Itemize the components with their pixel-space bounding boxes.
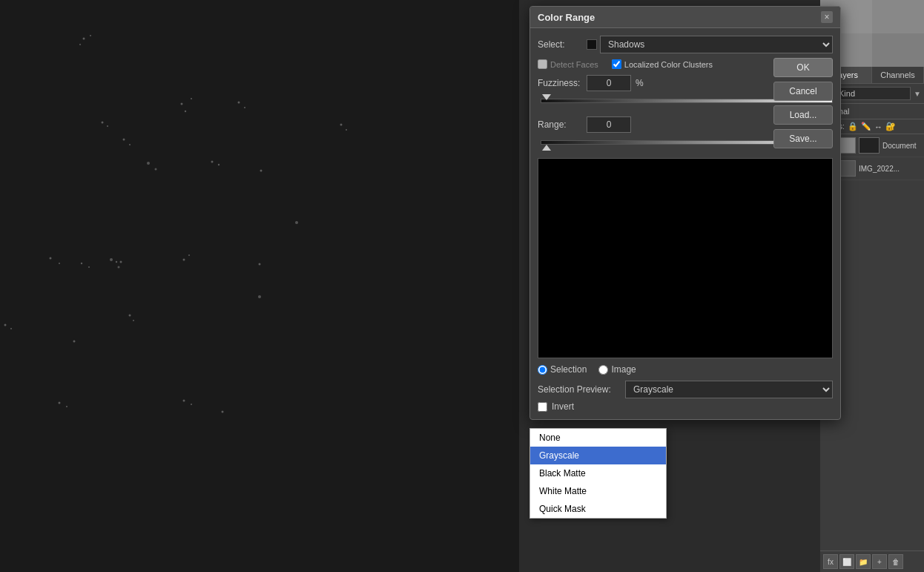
svg-point-34 (59, 402, 61, 404)
svg-point-28 (4, 324, 7, 326)
svg-point-29 (10, 328, 12, 329)
localized-checkbox[interactable] (612, 59, 621, 69)
filter-icon: ▼ (914, 90, 921, 98)
svg-point-5 (185, 111, 186, 112)
new-group-icon[interactable]: 📁 (856, 554, 871, 569)
dialog-title-bar: Color Range × (530, 7, 840, 28)
dropdown-item-black-matte[interactable]: Black Matte (530, 464, 666, 482)
layers-bottom-toolbar: fx ⬜ 📁 + 🗑 (820, 550, 924, 572)
canvas-area (0, 0, 519, 572)
invert-checkbox[interactable] (538, 402, 547, 412)
svg-point-9 (107, 125, 108, 127)
fuzziness-input[interactable] (587, 75, 631, 91)
fuzziness-slider-thumb[interactable] (542, 94, 551, 100)
svg-point-1 (90, 35, 91, 36)
svg-point-35 (66, 406, 67, 407)
svg-point-21 (259, 263, 261, 266)
dropdown-item-quick-mask[interactable]: Quick Mask (530, 500, 666, 518)
dropdown-item-white-matte[interactable]: White Matte (530, 482, 666, 500)
canvas-dots (0, 0, 519, 572)
select-row: Select: Shadows Sampled Colors Highlight… (538, 36, 833, 53)
fuzziness-label: Fuzziness: (538, 78, 582, 88)
selection-preview-dropdown[interactable]: Grayscale None Black Matte White Matte Q… (625, 381, 833, 398)
tab-channels[interactable]: Channels (872, 67, 924, 83)
detect-faces-checkbox[interactable] (538, 59, 547, 69)
lock-all-icon[interactable]: 🔐 (885, 122, 896, 131)
new-layer-icon[interactable]: + (872, 554, 887, 569)
select-label: Select: (538, 39, 582, 50)
add-mask-icon[interactable]: ⬜ (839, 554, 854, 569)
selection-preview-dropdown-menu: None Grayscale Black Matte White Matte Q… (529, 428, 667, 519)
svg-point-24 (120, 261, 122, 263)
svg-point-0 (83, 38, 85, 40)
svg-point-37 (118, 266, 120, 269)
svg-point-20 (188, 254, 190, 256)
svg-point-40 (295, 221, 298, 224)
select-color-swatch (587, 39, 597, 50)
save-button[interactable]: Save... (773, 129, 833, 148)
svg-point-13 (218, 164, 220, 165)
svg-point-27 (116, 261, 117, 263)
add-style-icon[interactable]: fx (823, 554, 838, 569)
svg-point-12 (211, 161, 214, 163)
svg-point-2 (79, 44, 81, 45)
radio-row: Selection Image (538, 364, 833, 375)
svg-point-31 (183, 400, 185, 402)
svg-point-25 (129, 315, 131, 317)
preview-box (538, 158, 833, 358)
svg-point-7 (244, 107, 245, 108)
invert-row: Invert (538, 401, 833, 412)
svg-point-11 (129, 144, 131, 145)
svg-point-23 (88, 266, 90, 268)
selection-radio-item: Selection (538, 364, 587, 375)
range-label: Range: (538, 119, 582, 130)
lock-move-icon[interactable]: ↔ (874, 122, 882, 131)
image-radio[interactable] (598, 365, 608, 375)
svg-point-19 (183, 259, 185, 261)
svg-point-14 (260, 170, 263, 172)
kind-filter[interactable] (836, 87, 911, 100)
delete-layer-icon[interactable]: 🗑 (888, 554, 903, 569)
dropdown-item-none[interactable]: None (530, 429, 666, 447)
svg-point-18 (59, 263, 60, 264)
dialog-title: Color Range (538, 12, 595, 23)
svg-point-8 (102, 122, 104, 124)
svg-point-33 (222, 411, 224, 413)
svg-point-10 (123, 139, 125, 141)
localized-label: Localized Color Clusters (624, 60, 713, 69)
svg-point-6 (238, 102, 240, 104)
svg-point-32 (191, 404, 192, 405)
selection-radio[interactable] (538, 365, 547, 375)
svg-point-41 (258, 295, 261, 298)
svg-point-30 (73, 341, 76, 343)
image-radio-item: Image (598, 364, 636, 375)
ok-button[interactable]: OK (773, 58, 833, 77)
svg-point-15 (340, 124, 343, 126)
dialog-close-button[interactable]: × (821, 11, 833, 23)
image-radio-label: Image (611, 364, 636, 375)
svg-point-16 (346, 129, 347, 131)
load-button[interactable]: Load... (773, 105, 833, 125)
range-input[interactable] (587, 116, 631, 133)
invert-label: Invert (552, 401, 574, 412)
layer-name-1: Document (882, 142, 917, 150)
dropdown-item-grayscale[interactable]: Grayscale (530, 447, 666, 464)
selection-preview-row: Selection Preview: Grayscale None Black … (538, 381, 833, 398)
dialog-buttons: OK Cancel Load... Save... (773, 58, 833, 148)
svg-point-3 (181, 103, 183, 105)
detect-faces-item: Detect Faces (538, 59, 598, 69)
color-range-dialog: Color Range × Select: Shadows Sampled Co… (529, 6, 841, 420)
fuzziness-unit: % (636, 78, 644, 88)
svg-point-38 (147, 162, 150, 165)
lock-paint-icon[interactable]: ✏️ (861, 122, 871, 131)
lock-transparent-icon[interactable]: 🔒 (848, 122, 858, 131)
svg-point-17 (50, 257, 52, 260)
svg-rect-44 (872, 33, 924, 67)
cancel-button[interactable]: Cancel (773, 82, 833, 101)
select-dropdown[interactable]: Shadows Sampled Colors Highlights Midton… (600, 36, 833, 53)
layer-mask-1 (859, 137, 880, 154)
svg-point-26 (133, 320, 134, 321)
svg-point-36 (110, 258, 113, 261)
selection-preview-label: Selection Preview: (538, 384, 619, 395)
range-slider-thumb-bottom[interactable] (542, 145, 551, 151)
